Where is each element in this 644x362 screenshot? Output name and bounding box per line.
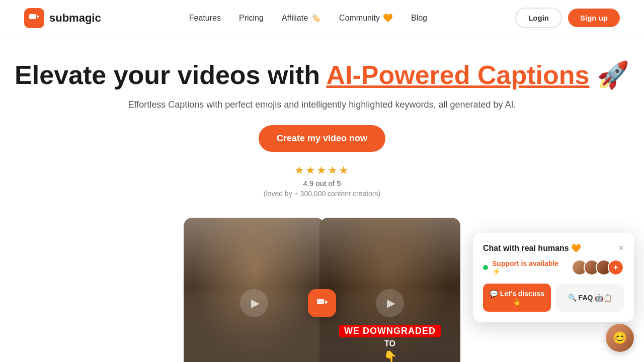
svg-rect-0	[29, 14, 36, 19]
rating-row: ★★★★★ 4.9 out of 5 (loved by + 300,000 c…	[10, 164, 634, 198]
navbar: submagic Features Pricing Affiliate 🏷️ C…	[0, 0, 644, 36]
chat-float-button[interactable]: 😊	[606, 324, 634, 352]
video-left-placeholder: ACQUISITION.COM	[184, 218, 325, 362]
play-button-right[interactable]	[376, 289, 404, 317]
status-dot	[483, 265, 488, 270]
chat-close-button[interactable]: ×	[618, 243, 624, 253]
signup-button[interactable]: Sign up	[568, 9, 620, 27]
chat-title: Chat with real humans 🧡	[483, 243, 581, 253]
hero-section: Elevate your videos with AI-Powered Capt…	[0, 36, 644, 214]
support-avatars: ✦	[572, 259, 624, 276]
submagic-middle-icon	[308, 289, 336, 317]
star-rating: ★★★★★	[294, 164, 350, 177]
logo-icon	[24, 8, 44, 28]
play-button-left[interactable]	[240, 289, 268, 317]
cta-button[interactable]: Create my video now	[259, 125, 385, 152]
nav-pricing[interactable]: Pricing	[239, 14, 264, 23]
hero-subtitle: Effortless Captions with perfect emojis …	[10, 100, 634, 110]
login-button[interactable]: Login	[515, 8, 562, 28]
caption-overlay: WE DOWNGRADED TO 👇	[319, 325, 460, 362]
svg-marker-1	[37, 15, 39, 18]
logo[interactable]: submagic	[24, 8, 101, 28]
caption-line1: WE DOWNGRADED	[339, 325, 441, 337]
video-left[interactable]: ACQUISITION.COM	[184, 218, 325, 362]
chat-widget: Chat with real humans 🧡 × Support is ava…	[473, 233, 634, 322]
video-right[interactable]: WE DOWNGRADED TO 👇 ACQUISITION.COM	[319, 218, 460, 362]
rating-score: 4.9 out of 5	[303, 179, 341, 188]
faq-button[interactable]: 🔍 FAQ 🤖📋	[556, 284, 624, 312]
video-right-placeholder: WE DOWNGRADED TO 👇 ACQUISITION.COM	[319, 218, 460, 362]
chat-header: Chat with real humans 🧡 ×	[483, 243, 624, 253]
chat-status-row: Support is available ⚡ ✦	[483, 259, 624, 276]
nav-community[interactable]: Community 🧡	[339, 13, 393, 23]
nav-features[interactable]: Features	[189, 14, 221, 23]
caption-emoji: 👇	[383, 350, 397, 362]
status-text: Support is available ⚡	[492, 259, 568, 276]
avatar-4: ✦	[608, 259, 624, 276]
rating-love: (loved by + 300,000 content creators)	[264, 190, 380, 198]
caption-line2: TO	[384, 339, 395, 348]
svg-marker-2	[325, 300, 328, 304]
nav-actions: Login Sign up	[515, 8, 620, 28]
chat-actions: 💬 Let's discuss 🤚 🔍 FAQ 🤖📋	[483, 284, 624, 312]
nav-links: Features Pricing Affiliate 🏷️ Community …	[189, 13, 427, 23]
nav-affiliate[interactable]: Affiliate 🏷️	[282, 13, 321, 23]
nav-blog[interactable]: Blog	[411, 14, 427, 23]
chat-float-avatar: 😊	[606, 324, 634, 352]
logo-text: submagic	[49, 12, 101, 25]
lets-discuss-button[interactable]: 💬 Let's discuss 🤚	[483, 284, 551, 312]
hero-title: Elevate your videos with AI-Powered Capt…	[10, 60, 634, 90]
